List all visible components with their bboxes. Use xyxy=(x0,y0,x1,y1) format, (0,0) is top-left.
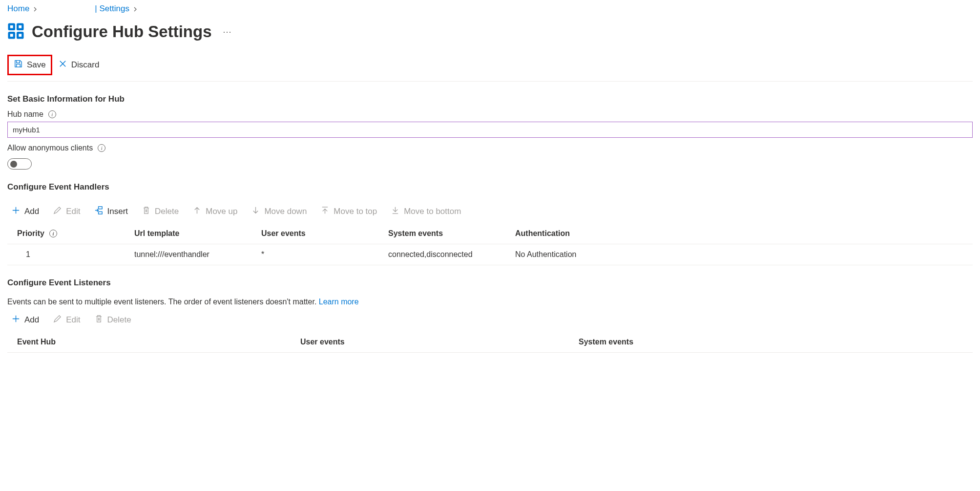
learn-more-link[interactable]: Learn more xyxy=(319,298,359,306)
delete-handler-button[interactable]: Delete xyxy=(142,206,179,217)
toggle-knob xyxy=(10,161,17,168)
trash-icon xyxy=(94,314,104,326)
col-event-hub: Event Hub xyxy=(7,332,291,353)
close-icon xyxy=(58,59,67,71)
arrow-bottom-icon xyxy=(391,206,400,217)
info-icon[interactable]: i xyxy=(98,144,105,152)
listeners-description: Events can be sent to multiple event lis… xyxy=(7,294,973,306)
page-title: Configure Hub Settings xyxy=(32,22,211,41)
section-handlers-title: Configure Event Handlers xyxy=(7,170,973,198)
svg-rect-5 xyxy=(19,25,21,28)
handlers-action-bar: Add Edit Insert Delete Move up Move down xyxy=(7,198,973,223)
pencil-icon xyxy=(53,206,62,217)
arrow-down-icon xyxy=(251,206,260,217)
cell-auth: No Authentication xyxy=(505,244,973,265)
col-auth: Authentication xyxy=(505,223,973,244)
col-system-events: System events xyxy=(378,223,505,244)
allow-anon-toggle[interactable] xyxy=(7,158,32,170)
pencil-icon xyxy=(53,314,62,326)
listeners-table: Event Hub User events System events xyxy=(7,332,973,353)
svg-rect-6 xyxy=(10,34,13,37)
cell-system-events: connected,disconnected xyxy=(378,244,505,265)
arrow-up-icon xyxy=(192,206,202,217)
discard-button[interactable]: Discard xyxy=(58,59,100,71)
col-user-events: User events xyxy=(251,223,378,244)
cell-priority: 1 xyxy=(7,244,125,265)
breadcrumb: Home | Settings xyxy=(7,0,973,18)
plus-icon xyxy=(11,314,21,326)
edit-handler-button[interactable]: Edit xyxy=(53,206,80,217)
chevron-right-icon xyxy=(133,5,138,13)
move-up-button[interactable]: Move up xyxy=(192,206,237,217)
title-row: Configure Hub Settings ··· xyxy=(7,18,973,50)
trash-icon xyxy=(142,206,151,217)
service-icon xyxy=(7,22,24,41)
move-top-button[interactable]: Move to top xyxy=(320,206,377,217)
delete-listener-button[interactable]: Delete xyxy=(94,314,131,326)
svg-rect-7 xyxy=(19,34,21,37)
move-down-button[interactable]: Move down xyxy=(251,206,307,217)
svg-rect-9 xyxy=(98,212,102,214)
command-bar: Save Discard xyxy=(7,50,973,82)
more-actions-button[interactable]: ··· xyxy=(219,25,235,39)
add-handler-button[interactable]: Add xyxy=(11,206,39,217)
hub-name-input[interactable] xyxy=(7,122,973,138)
save-icon xyxy=(14,59,23,71)
handlers-table: Priority i Url template User events Syst… xyxy=(7,223,973,265)
svg-rect-8 xyxy=(98,207,102,209)
insert-handler-button[interactable]: Insert xyxy=(94,206,128,217)
insert-icon xyxy=(94,206,104,217)
hub-name-label: Hub name xyxy=(7,110,43,119)
plus-icon xyxy=(11,206,21,217)
breadcrumb-home[interactable]: Home xyxy=(7,4,29,14)
info-icon[interactable]: i xyxy=(49,230,57,237)
breadcrumb-settings[interactable]: | Settings xyxy=(95,4,129,14)
col-url: Url template xyxy=(125,223,251,244)
col-system-events: System events xyxy=(569,332,973,353)
col-user-events: User events xyxy=(291,332,569,353)
info-icon[interactable]: i xyxy=(48,110,56,118)
section-listeners-title: Configure Event Listeners xyxy=(7,265,973,294)
table-row[interactable]: 1 tunnel:///eventhandler * connected,dis… xyxy=(7,244,973,265)
listeners-action-bar: Add Edit Delete xyxy=(7,306,973,332)
add-listener-button[interactable]: Add xyxy=(11,314,39,326)
discard-label: Discard xyxy=(71,60,100,70)
move-bottom-button[interactable]: Move to bottom xyxy=(391,206,461,217)
cell-user-events: * xyxy=(251,244,378,265)
chevron-right-icon xyxy=(33,5,38,13)
cell-url: tunnel:///eventhandler xyxy=(125,244,251,265)
save-label: Save xyxy=(27,60,46,70)
edit-listener-button[interactable]: Edit xyxy=(53,314,80,326)
svg-rect-4 xyxy=(10,25,13,28)
save-button[interactable]: Save xyxy=(7,55,52,75)
allow-anon-label: Allow anonymous clients xyxy=(7,144,93,152)
col-priority: Priority xyxy=(17,229,44,238)
section-basic-info-title: Set Basic Information for Hub xyxy=(7,82,973,110)
arrow-top-icon xyxy=(320,206,330,217)
